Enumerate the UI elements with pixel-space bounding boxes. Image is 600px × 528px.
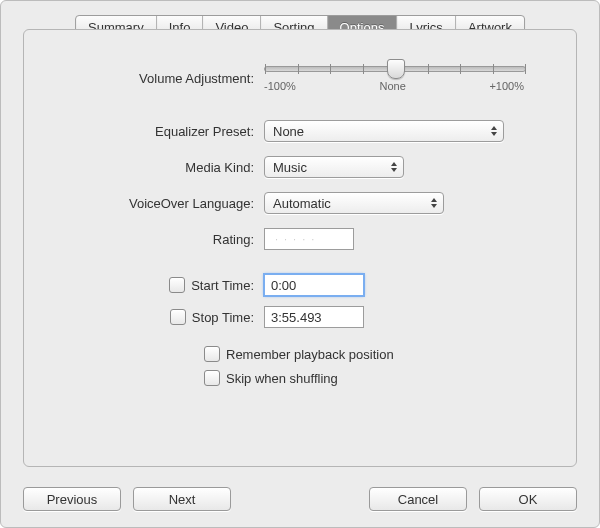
- media-kind-label: Media Kind:: [54, 160, 264, 175]
- volume-adjustment-label: Volume Adjustment:: [54, 71, 264, 86]
- start-time-value: 0:00: [271, 278, 296, 293]
- start-time-field[interactable]: 0:00: [264, 274, 364, 296]
- start-time-label: Start Time:: [191, 278, 254, 293]
- next-button[interactable]: Next: [133, 487, 231, 511]
- get-info-window: Summary Info Video Sorting Options Lyric…: [0, 0, 600, 528]
- equalizer-preset-value: None: [273, 124, 304, 139]
- slider-min-label: -100%: [264, 80, 296, 92]
- slider-mid-label: None: [379, 80, 405, 92]
- cancel-button[interactable]: Cancel: [369, 487, 467, 511]
- volume-slider-thumb[interactable]: [387, 59, 405, 79]
- voiceover-language-value: Automatic: [273, 196, 331, 211]
- options-panel: Volume Adjustment: -100% None: [23, 29, 577, 467]
- media-kind-value: Music: [273, 160, 307, 175]
- slider-max-label: +100%: [489, 80, 524, 92]
- skip-shuffling-label: Skip when shuffling: [226, 371, 338, 386]
- skip-shuffling-checkbox[interactable]: [204, 370, 220, 386]
- rating-dots: ·····: [271, 233, 320, 245]
- remember-playback-label: Remember playback position: [226, 347, 394, 362]
- rating-label: Rating:: [54, 232, 264, 247]
- voiceover-language-popup[interactable]: Automatic: [264, 192, 444, 214]
- updown-arrows-icon: [491, 126, 497, 136]
- button-bar: Previous Next Cancel OK: [23, 487, 577, 511]
- stop-time-value: 3:55.493: [271, 310, 322, 325]
- ok-button[interactable]: OK: [479, 487, 577, 511]
- rating-field[interactable]: ·····: [264, 228, 354, 250]
- remember-playback-checkbox[interactable]: [204, 346, 220, 362]
- stop-time-field[interactable]: 3:55.493: [264, 306, 364, 328]
- media-kind-popup[interactable]: Music: [264, 156, 404, 178]
- previous-button[interactable]: Previous: [23, 487, 121, 511]
- equalizer-preset-popup[interactable]: None: [264, 120, 504, 142]
- stop-time-label: Stop Time:: [192, 310, 254, 325]
- volume-slider[interactable]: [264, 66, 526, 72]
- start-time-checkbox[interactable]: [169, 277, 185, 293]
- updown-arrows-icon: [391, 162, 397, 172]
- stop-time-checkbox[interactable]: [170, 309, 186, 325]
- equalizer-preset-label: Equalizer Preset:: [54, 124, 264, 139]
- voiceover-language-label: VoiceOver Language:: [54, 196, 264, 211]
- updown-arrows-icon: [431, 198, 437, 208]
